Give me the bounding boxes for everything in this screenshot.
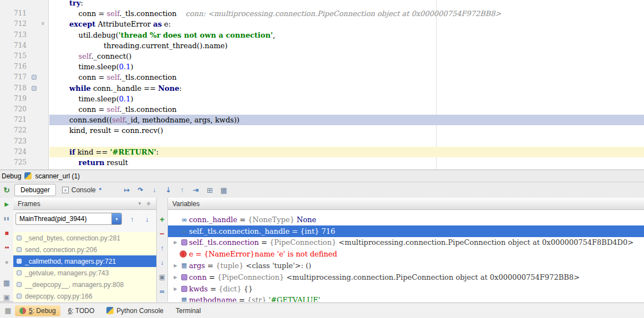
settings-icon[interactable] — [145, 201, 152, 207]
line-number[interactable]: 712 — [0, 19, 27, 29]
thread-selector[interactable]: MainThread(pid_3944) ▼ — [16, 213, 122, 225]
line-number[interactable]: 714 — [0, 40, 27, 51]
line-number[interactable]: 721 — [0, 115, 27, 125]
variable-name: e — [189, 250, 193, 258]
gutter-marker-icon[interactable] — [32, 75, 37, 80]
fold-icon[interactable]: ∨ — [41, 18, 45, 29]
line-number[interactable]: 725 — [0, 157, 27, 168]
variable-row[interactable]: ▶conn = {PipeConnection} <multiprocessin… — [168, 271, 644, 283]
code-text[interactable]: conn.send((self._id, methodname, args, k… — [51, 115, 239, 125]
move-watch-down-icon[interactable] — [157, 258, 167, 267]
variable-row[interactable]: ▶self._tls.connection = {PipeConnection}… — [168, 237, 644, 249]
mute-breakpoints-icon[interactable] — [2, 257, 12, 266]
code-text[interactable]: while conn._handle == None: — [51, 83, 182, 94]
add-watch-icon[interactable] — [157, 214, 167, 224]
expand-arrow-icon[interactable]: ▶ — [171, 275, 180, 280]
stop-icon[interactable] — [2, 228, 12, 238]
frame-label: _getvalue, managers.py:743 — [25, 269, 109, 277]
line-number[interactable]: 713 — [0, 30, 27, 40]
variable-row[interactable]: ▶args = {tuple} <class 'tuple'>: () — [168, 260, 644, 271]
expand-arrow-icon[interactable]: ▶ — [171, 263, 180, 268]
code-text[interactable]: threading.current_thread().name) — [51, 40, 228, 51]
watch-icon — [180, 216, 189, 224]
variable-row[interactable]: e = {NameError}name 'e' is not defined — [168, 248, 644, 260]
code-text[interactable]: kind, result = conn.recv() — [51, 125, 163, 136]
force-step-into-icon[interactable] — [163, 186, 173, 195]
show-watches-icon[interactable] — [157, 286, 167, 296]
line-highlight — [49, 61, 644, 72]
variable-row[interactable]: ▶kwds = {dict} {} — [168, 283, 644, 295]
thread-selector-row: MainThread(pid_3944) ▼ — [13, 210, 156, 227]
tab-debugger[interactable]: Debugger — [14, 184, 56, 196]
show-execution-point-icon[interactable] — [122, 186, 131, 195]
code-text[interactable]: time.sleep(0.1) — [51, 61, 134, 72]
statusbar-item[interactable]: 6: TODO — [64, 305, 99, 316]
pause-icon[interactable] — [2, 214, 12, 223]
frame-row[interactable]: deepcopy, copy.py:166 — [13, 290, 156, 302]
frame-row[interactable]: _callmethod, managers.py:721 — [13, 255, 156, 267]
step-out-icon[interactable] — [177, 186, 187, 195]
tab-console[interactable]: Console — [56, 184, 108, 196]
variable-value: name 'e' is not defined — [255, 250, 338, 258]
code-text[interactable]: except AttributeError as e: — [51, 19, 171, 29]
expand-arrow-icon[interactable]: ▶ — [171, 240, 180, 245]
evaluate-expression-icon[interactable] — [205, 186, 214, 195]
frame-row[interactable]: __deepcopy__, managers.py:808 — [13, 279, 156, 290]
step-over-icon[interactable] — [136, 186, 145, 195]
code-text[interactable]: util.debug('thread %r does not own a con… — [51, 30, 275, 40]
code-text[interactable]: return result — [51, 157, 128, 168]
variable-row[interactable]: methodname = {str} '#GETVALUE' — [168, 295, 644, 302]
gutter-marker-icon[interactable] — [32, 86, 37, 91]
line-number[interactable]: 717 — [0, 72, 27, 83]
code-text[interactable]: time.sleep(0.1) — [51, 94, 134, 104]
expand-arrow-icon[interactable]: ▶ — [171, 286, 180, 291]
restore-layout-icon[interactable] — [2, 278, 12, 288]
line-number[interactable]: 720 — [0, 104, 27, 115]
variable-type: {tuple} — [216, 261, 246, 270]
statusbar-item[interactable]: 5: Debug — [15, 305, 60, 316]
code-line: 725 return result — [0, 157, 644, 168]
frame-row[interactable]: send, connection.py:206 — [13, 244, 156, 255]
code-text[interactable]: conn = self._tls.connection — [51, 72, 177, 83]
line-number[interactable]: 715 — [0, 51, 27, 61]
line-highlight — [49, 157, 644, 168]
variable-icon — [180, 239, 189, 245]
line-number[interactable]: 716 — [0, 61, 27, 72]
line-number[interactable]: 723 — [0, 136, 27, 147]
code-text[interactable]: self._connect() — [51, 51, 131, 61]
remove-watch-icon[interactable] — [157, 229, 167, 238]
move-watch-up-icon[interactable] — [157, 243, 167, 253]
line-number[interactable]: 718 — [0, 83, 27, 94]
line-number[interactable]: 722 — [0, 125, 27, 136]
next-frame-icon[interactable] — [142, 214, 152, 224]
statusbar-item[interactable]: Python Console — [102, 305, 168, 316]
previous-frame-icon[interactable] — [127, 214, 137, 224]
layout-settings-icon[interactable] — [219, 186, 228, 195]
hide-windows-icon[interactable] — [2, 293, 12, 302]
frame-row[interactable]: _send_bytes, connection.py:281 — [13, 232, 156, 244]
duplicate-watch-icon[interactable] — [157, 272, 167, 281]
frame-row[interactable]: _getvalue, managers.py:743 — [13, 267, 156, 279]
line-number[interactable]: 711 — [0, 8, 27, 19]
code-editor[interactable]: try:711 conn = self._tls.connectionconn:… — [0, 0, 644, 170]
code-segment: util.debug( — [51, 31, 119, 39]
view-breakpoints-icon[interactable] — [2, 243, 12, 252]
code-text[interactable]: if kind == '#RETURN': — [51, 147, 159, 157]
chevron-down-icon[interactable]: ▼ — [111, 213, 121, 224]
statusbar-item[interactable]: Terminal — [171, 305, 205, 316]
step-into-icon[interactable] — [150, 186, 159, 195]
resume-icon[interactable] — [2, 199, 12, 209]
code-segment — [51, 84, 69, 93]
toolwindow-switcher-icon[interactable] — [3, 306, 13, 315]
code-text[interactable]: try: — [51, 0, 83, 8]
line-number[interactable]: 719 — [0, 94, 27, 104]
code-text[interactable]: conn = self._tls.connectionconn: <multip… — [51, 8, 501, 19]
line-number[interactable]: 724 — [0, 147, 27, 157]
rerun-icon[interactable] — [2, 185, 12, 194]
filter-icon[interactable] — [136, 201, 143, 207]
code-text[interactable]: conn = self._tls.connection — [51, 104, 177, 115]
code-segment: AttributeError — [95, 20, 153, 28]
run-to-cursor-icon[interactable] — [191, 186, 201, 195]
variable-row[interactable]: conn._handle = {NoneType} None — [168, 214, 644, 225]
variable-row[interactable]: self._tls.connection._handle = {int} 716 — [168, 225, 644, 237]
